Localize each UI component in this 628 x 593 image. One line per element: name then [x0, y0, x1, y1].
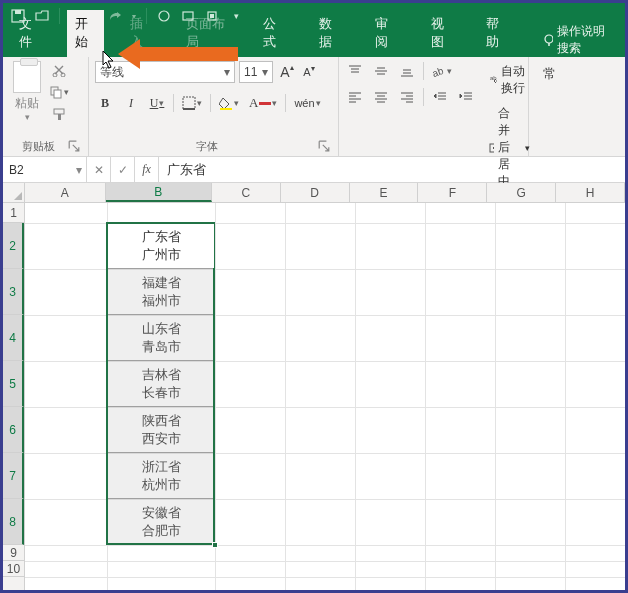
svg-rect-11: [54, 90, 61, 98]
font-size-value: 11: [244, 65, 257, 79]
cancel-formula-icon[interactable]: ✕: [87, 157, 111, 182]
svg-rect-12: [54, 109, 64, 114]
svg-rect-14: [183, 97, 195, 109]
tab-data[interactable]: 数据: [311, 10, 349, 57]
row-header-7[interactable]: 7: [3, 453, 24, 499]
align-right-icon[interactable]: [397, 87, 417, 107]
tell-me-search[interactable]: 操作说明搜索: [542, 23, 617, 57]
font-dialog-launcher-icon[interactable]: [318, 140, 330, 152]
worksheet-grid[interactable]: ABCDEFGH 12345678910 广东省 广州市福建省 福州市山东省 青…: [3, 183, 625, 590]
column-headers: ABCDEFGH: [25, 183, 625, 203]
svg-point-2: [159, 11, 169, 21]
svg-text:ab: ab: [432, 65, 445, 78]
svg-rect-17: [259, 102, 271, 105]
shrink-font-icon[interactable]: A▾: [299, 62, 319, 82]
fill-color-button[interactable]: ▾: [217, 93, 241, 113]
col-header-G[interactable]: G: [487, 183, 556, 202]
name-box[interactable]: B2▾: [3, 157, 87, 182]
tab-help[interactable]: 帮助: [478, 10, 516, 57]
bucket-icon: [219, 96, 233, 110]
orientation-button[interactable]: ab▾: [430, 61, 454, 81]
cell-B2-text: 广东省 广州市: [107, 223, 215, 269]
col-header-D[interactable]: D: [281, 183, 350, 202]
col-header-B[interactable]: B: [106, 183, 212, 202]
paste-dropdown-icon[interactable]: ▾: [25, 112, 30, 122]
align-center-icon[interactable]: [371, 87, 391, 107]
font-size-combo[interactable]: 11▾: [239, 61, 273, 83]
number-format-label[interactable]: 常: [543, 61, 556, 83]
row-headers: 12345678910: [3, 203, 25, 590]
increase-indent-icon[interactable]: [456, 87, 476, 107]
group-alignment: ab▾ ab自动换行 合并后居中▾ 对齐: [339, 57, 529, 156]
align-left-icon[interactable]: [345, 87, 365, 107]
orientation-icon: ab: [432, 64, 446, 78]
col-header-F[interactable]: F: [418, 183, 487, 202]
group-label-font: 字体: [95, 137, 318, 154]
cells-area[interactable]: 广东省 广州市福建省 福州市山东省 青岛市吉林省 长春市陕西省 西安市浙江省 杭…: [25, 203, 625, 590]
col-header-H[interactable]: H: [556, 183, 625, 202]
cell-B3[interactable]: 福建省 福州市: [107, 269, 215, 315]
chevron-down-icon: ▾: [262, 65, 268, 79]
tab-formulas[interactable]: 公式: [255, 10, 293, 57]
svg-point-6: [545, 35, 553, 43]
svg-rect-16: [220, 108, 232, 110]
decrease-indent-icon[interactable]: [430, 87, 450, 107]
cut-icon[interactable]: [49, 61, 69, 79]
tab-view[interactable]: 视图: [423, 10, 461, 57]
row-header-10[interactable]: 10: [3, 561, 24, 577]
grow-font-icon[interactable]: A▴: [277, 62, 297, 82]
format-painter-icon[interactable]: [49, 105, 69, 123]
phonetic-button[interactable]: wén▾: [292, 93, 322, 113]
row-header-1[interactable]: 1: [3, 203, 24, 223]
name-box-value: B2: [9, 163, 24, 177]
paste-button[interactable]: 粘贴 ▾: [9, 61, 45, 137]
bold-button[interactable]: B: [95, 93, 115, 113]
fx-icon[interactable]: fx: [135, 157, 159, 182]
font-color-button[interactable]: A▾: [247, 93, 279, 113]
italic-button[interactable]: I: [121, 93, 141, 113]
col-header-A[interactable]: A: [25, 183, 106, 202]
select-all-corner[interactable]: [3, 183, 25, 203]
tab-insert[interactable]: 插入: [122, 10, 160, 57]
tab-file[interactable]: 文件: [11, 10, 49, 57]
align-middle-icon[interactable]: [371, 61, 391, 81]
row-header-8[interactable]: 8: [3, 499, 24, 545]
group-font: 等线▾ 11▾ A▴ A▾ B I U▾ ▾ ▾ A▾: [89, 57, 339, 156]
clipboard-dialog-launcher-icon[interactable]: [68, 140, 80, 152]
tab-layout[interactable]: 页面布局: [178, 10, 237, 57]
svg-text:ab: ab: [490, 75, 497, 81]
cell-B4[interactable]: 山东省 青岛市: [107, 315, 215, 361]
cell-B5[interactable]: 吉林省 长春市: [107, 361, 215, 407]
chevron-down-icon: ▾: [224, 65, 230, 79]
paste-icon: [13, 61, 41, 93]
row-header-5[interactable]: 5: [3, 361, 24, 407]
row-header-3[interactable]: 3: [3, 269, 24, 315]
border-button[interactable]: ▾: [180, 93, 204, 113]
redo-icon[interactable]: [106, 7, 124, 25]
row-header-6[interactable]: 6: [3, 407, 24, 453]
underline-button[interactable]: U▾: [147, 93, 167, 113]
wrap-icon: ab: [489, 73, 497, 87]
tab-review[interactable]: 审阅: [367, 10, 405, 57]
col-header-E[interactable]: E: [350, 183, 419, 202]
ribbon: 粘贴 ▾ ▾ 剪贴板 等线▾ 11▾: [3, 57, 625, 157]
ribbon-tabs: 文件 开始 插入 页面布局 公式 数据 审阅 视图 帮助 操作说明搜索: [3, 29, 625, 57]
row-header-4[interactable]: 4: [3, 315, 24, 361]
enter-formula-icon[interactable]: ✓: [111, 157, 135, 182]
align-bottom-icon[interactable]: [397, 61, 417, 81]
cell-B6[interactable]: 陕西省 西安市: [107, 407, 215, 453]
col-header-C[interactable]: C: [212, 183, 281, 202]
font-name-combo[interactable]: 等线▾: [95, 61, 235, 83]
cell-B7[interactable]: 浙江省 杭州市: [107, 453, 215, 499]
font-name-value: 等线: [100, 64, 124, 81]
copy-icon[interactable]: ▾: [49, 83, 69, 101]
formula-input[interactable]: 广东省: [159, 157, 625, 182]
lightbulb-icon: [542, 33, 554, 47]
tab-home[interactable]: 开始: [67, 10, 105, 57]
wrap-text-button[interactable]: ab自动换行: [484, 61, 535, 99]
row-header-9[interactable]: 9: [3, 545, 24, 561]
tell-me-label: 操作说明搜索: [557, 23, 617, 57]
cell-B8[interactable]: 安徽省 合肥市: [107, 499, 215, 545]
align-top-icon[interactable]: [345, 61, 365, 81]
row-header-2[interactable]: 2: [3, 223, 24, 269]
